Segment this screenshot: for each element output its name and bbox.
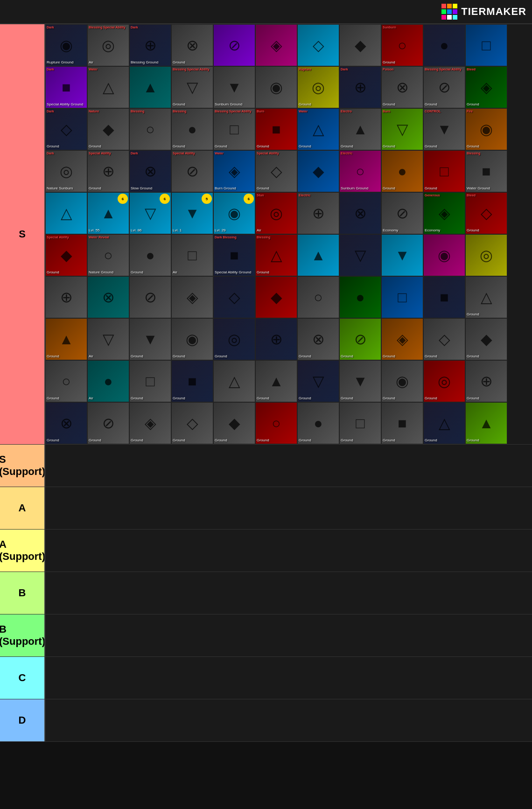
character-cell[interactable]: ⊗ [339, 192, 381, 234]
character-cell[interactable]: ◈ [255, 24, 297, 66]
character-cell[interactable]: □ [381, 276, 423, 318]
character-cell[interactable]: ▽6Lvl. 86 [129, 192, 171, 234]
character-cell[interactable]: ◆Ground [213, 402, 255, 444]
character-cell[interactable]: ⊕Electric [297, 192, 339, 234]
character-cell[interactable]: ■ [423, 276, 465, 318]
character-cell[interactable]: ⊗Ground [171, 24, 213, 66]
character-cell[interactable]: ○Ground [45, 360, 87, 402]
character-cell[interactable]: ⊘Ground [87, 402, 129, 444]
character-cell[interactable]: ◇ [213, 276, 255, 318]
character-cell[interactable]: ▼CONTROLGround [423, 108, 465, 150]
character-cell[interactable]: ⊕ [255, 318, 297, 360]
tier-content-b[interactable] [44, 572, 532, 614]
character-cell[interactable]: ⊕Special AbilityGround [87, 150, 129, 192]
character-cell[interactable]: ◈Ground [381, 318, 423, 360]
character-cell[interactable]: ○Ground [255, 402, 297, 444]
character-cell[interactable]: ⊗ [87, 276, 129, 318]
character-cell[interactable]: ▼Ground [339, 360, 381, 402]
character-cell[interactable]: ⊘ [129, 276, 171, 318]
character-cell[interactable]: ○SunburnGround [381, 24, 423, 66]
character-cell[interactable]: △Ground [423, 402, 465, 444]
character-cell[interactable]: ○ElectricSunburn Ground [339, 150, 381, 192]
character-cell[interactable]: ◎Blessing Special AbilityAir [87, 24, 129, 66]
character-cell[interactable]: ⊗Ground [297, 318, 339, 360]
character-cell[interactable]: ◉DarkRupture Ground [45, 24, 87, 66]
character-cell[interactable]: ●Ground [297, 402, 339, 444]
character-cell[interactable]: ▼Sunburn Ground [213, 66, 255, 108]
character-cell[interactable]: □Ground [129, 360, 171, 402]
character-cell[interactable]: ▲ElectroGround [339, 108, 381, 150]
tier-content-s-support[interactable] [44, 445, 532, 487]
character-cell[interactable]: ◈BleedGround [465, 66, 507, 108]
character-cell[interactable]: ○Blessing [129, 108, 171, 150]
character-cell[interactable]: ◆ [339, 24, 381, 66]
character-cell[interactable]: ⊕Dark [339, 66, 381, 108]
tier-content-c[interactable] [44, 657, 532, 699]
character-cell[interactable]: ■Ground [381, 402, 423, 444]
character-cell[interactable]: □Ground [339, 402, 381, 444]
character-cell[interactable]: ◎StunAir [255, 192, 297, 234]
character-cell[interactable]: ◆NatureGround [87, 108, 129, 150]
character-cell[interactable]: ◈ [171, 276, 213, 318]
character-cell[interactable]: ○ [297, 276, 339, 318]
character-cell[interactable]: ▲6Lvl. 55 [87, 192, 129, 234]
character-cell[interactable]: ◆Ground [465, 318, 507, 360]
character-cell[interactable]: ▽BurnGround [381, 108, 423, 150]
character-cell[interactable]: ◆ [255, 276, 297, 318]
character-cell[interactable]: ◎ [465, 234, 507, 276]
character-cell[interactable]: ◉6Lvl. 29 [213, 192, 255, 234]
character-cell[interactable]: □ [465, 24, 507, 66]
character-cell[interactable]: ◎DarkNature Sunburn [45, 150, 87, 192]
character-cell[interactable]: ◆Special AbilityGround [45, 234, 87, 276]
character-cell[interactable]: ◎Ground [213, 318, 255, 360]
character-cell[interactable]: ⊘ [213, 24, 255, 66]
character-cell[interactable]: ▽Ground [297, 360, 339, 402]
character-cell[interactable]: △BlessingGround [255, 234, 297, 276]
character-cell[interactable]: ⊘Special Ability [171, 150, 213, 192]
character-cell[interactable]: ▽Air [87, 318, 129, 360]
character-cell[interactable]: ▼ [381, 234, 423, 276]
character-cell[interactable]: △Ground [465, 276, 507, 318]
character-cell[interactable]: ■Ground [171, 360, 213, 402]
character-cell[interactable]: ⊘Ground [339, 318, 381, 360]
character-cell[interactable]: □Air [171, 234, 213, 276]
character-cell[interactable]: ● [339, 276, 381, 318]
character-cell[interactable]: ◉FireGround [465, 108, 507, 150]
character-cell[interactable]: ⊘Economy [381, 192, 423, 234]
character-cell[interactable]: ■DarkSpecial Ability Ground [45, 66, 87, 108]
character-cell[interactable]: ▲Ground [255, 360, 297, 402]
character-cell[interactable]: △Water [87, 66, 129, 108]
character-cell[interactable]: △WaterGround [297, 108, 339, 150]
character-cell[interactable]: ▲ [129, 66, 171, 108]
character-cell[interactable]: ◉ [255, 66, 297, 108]
character-cell[interactable]: ⊕DarkBlessing Ground [129, 24, 171, 66]
character-cell[interactable]: ◈Ground [129, 402, 171, 444]
tier-content-a-support[interactable] [44, 530, 532, 572]
character-cell[interactable]: ◎Ground [423, 360, 465, 402]
character-cell[interactable]: ●Air [87, 360, 129, 402]
character-cell[interactable]: ▽Blessing Special AbilityGround [171, 66, 213, 108]
character-cell[interactable]: △ [45, 192, 87, 234]
character-cell[interactable]: ●Ground [381, 150, 423, 192]
character-cell[interactable]: ◈GenerousEconomy [423, 192, 465, 234]
tier-content-a[interactable] [44, 487, 532, 529]
character-cell[interactable]: ◇ [297, 24, 339, 66]
character-cell[interactable]: ▼Ground [129, 318, 171, 360]
character-cell[interactable]: ▲Ground [45, 318, 87, 360]
character-cell[interactable]: ▲Ground [465, 402, 507, 444]
character-cell[interactable]: ⊗Ground [45, 402, 87, 444]
character-cell[interactable]: □Ground [423, 150, 465, 192]
tier-content-s[interactable]: ◉DarkRupture Ground◎Blessing Special Abi… [44, 24, 532, 444]
character-cell[interactable]: ⊗PoisonGround [381, 66, 423, 108]
character-cell[interactable]: ⊕Ground [465, 360, 507, 402]
character-cell[interactable]: ◇Special AbilityGround [255, 150, 297, 192]
tier-content-b-support[interactable] [44, 614, 532, 656]
character-cell[interactable]: ■BlessingWater Ground [465, 150, 507, 192]
character-cell[interactable]: ◉ [423, 234, 465, 276]
character-cell[interactable]: ◇DarkGround [45, 108, 87, 150]
character-cell[interactable]: ▼5Lvl. 1 [171, 192, 213, 234]
character-cell[interactable]: ◇Ground [171, 402, 213, 444]
character-cell[interactable]: ◉Ground [171, 318, 213, 360]
tier-content-d[interactable] [44, 699, 532, 741]
character-cell[interactable]: ▽ [339, 234, 381, 276]
